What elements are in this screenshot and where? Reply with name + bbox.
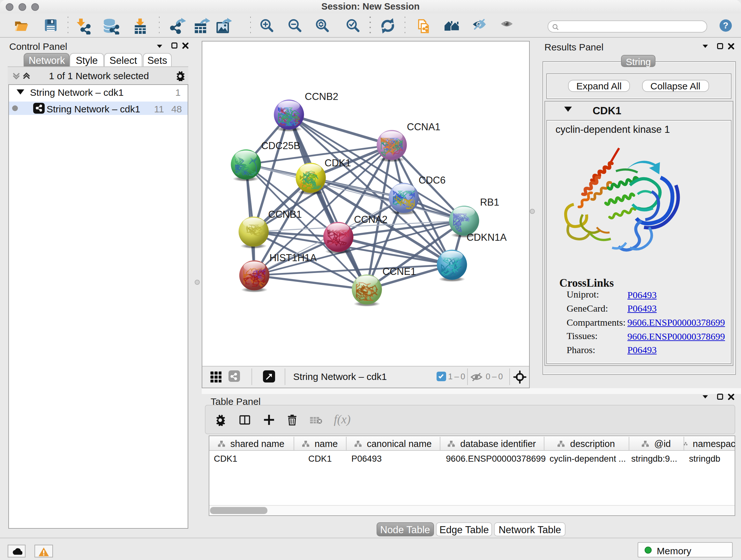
- svg-text:CDC6: CDC6: [418, 174, 445, 186]
- svg-text:HIST1H1A: HIST1H1A: [269, 252, 316, 263]
- svg-text:CCNA2: CCNA2: [354, 213, 387, 225]
- svg-text:CCNA1: CCNA1: [407, 121, 440, 132]
- svg-text:CCNB2: CCNB2: [305, 91, 338, 102]
- svg-text:CCNE1: CCNE1: [382, 266, 416, 277]
- svg-text:RB1: RB1: [480, 196, 499, 207]
- svg-text:CDC25B: CDC25B: [261, 140, 300, 151]
- svg-text:CDKN1A: CDKN1A: [466, 232, 507, 243]
- svg-text:CDK1: CDK1: [324, 157, 351, 168]
- svg-text:CCNB1: CCNB1: [268, 208, 301, 220]
- svg-text:?: ?: [723, 20, 729, 30]
